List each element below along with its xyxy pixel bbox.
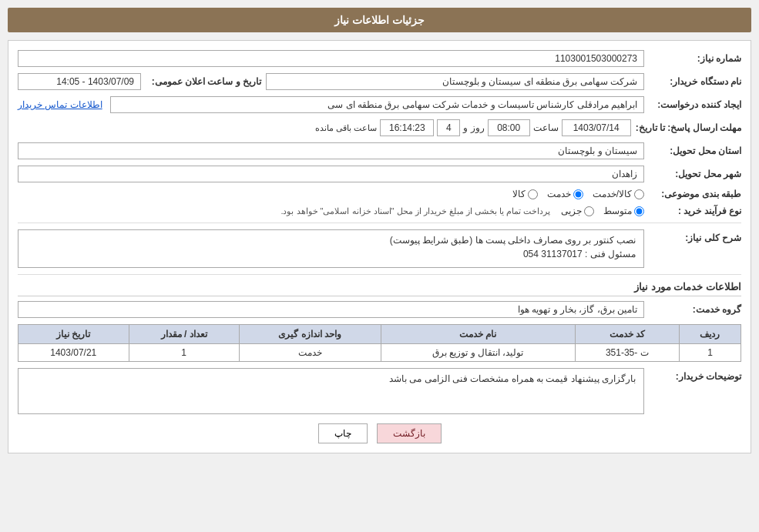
province-value: سیستان و بلوچستان: [18, 142, 644, 159]
deadline-time-label: ساعت: [533, 122, 559, 133]
deadline-days-value: 4: [437, 119, 460, 136]
col-service-code: کد خدمت: [575, 325, 679, 344]
table-header-row: ردیف کد خدمت نام خدمت واحد اندازه گیری ت…: [18, 325, 741, 344]
category-label-kala-khedmat: کالا/خدمت: [593, 189, 632, 199]
city-row: شهر محل تحویل: زاهدان: [18, 166, 741, 182]
category-radio-group: کالا/خدمت خدمت کالا: [512, 189, 644, 199]
purchase-type-option-motavasset[interactable]: متوسط: [603, 206, 644, 216]
province-label: استان محل تحویل:: [649, 146, 741, 156]
buttons-row: بازگشت چاپ: [18, 423, 741, 443]
purchase-type-radio-jozi[interactable]: [584, 206, 594, 216]
date-announce-label: تاریخ و ساعت اعلان عمومی:: [146, 76, 261, 87]
col-unit: واحد اندازه گیری: [239, 325, 381, 344]
main-card: شماره نیاز: 1103001503000273 نام دستگاه …: [8, 40, 751, 453]
table-cell-name: تولید، انتقال و توزیع برق: [381, 344, 575, 362]
announce-row: نام دستگاه خریدار: شرکت سهامی برق منطقه …: [18, 73, 741, 90]
purchase-type-label-motavasset: متوسط: [603, 206, 632, 216]
divider-1: [18, 223, 741, 223]
city-label: شهر محل تحویل:: [649, 169, 741, 179]
category-option-kala[interactable]: کالا: [512, 189, 538, 199]
services-table-body: 1ت -35-351تولید، انتقال و توزیع برقخدمت1…: [18, 344, 741, 362]
category-label-khedmat: خدمت: [547, 189, 571, 199]
table-cell-code: ت -35-351: [575, 344, 679, 362]
header-title: جزئیات اطلاعات نیاز: [334, 14, 425, 26]
category-radio-kala[interactable]: [528, 189, 538, 199]
description-value: نصب کنتور بر روی مصارف داخلی پست ها (طبق…: [26, 235, 636, 246]
province-row: استان محل تحویل: سیستان و بلوچستان: [18, 142, 741, 159]
category-option-khedmat[interactable]: خدمت: [547, 189, 583, 199]
purchase-type-option-jozi[interactable]: جزیی: [561, 206, 594, 216]
creator-label: ایجاد کننده درخواست:: [649, 99, 741, 110]
service-group-row: گروه خدمت: تامین برق، گاز، بخار و تهویه …: [18, 301, 741, 318]
purchase-type-label: نوع فرآیند خرید :: [649, 206, 741, 216]
purchase-type-radio-group: متوسط جزیی: [561, 206, 644, 216]
print-button[interactable]: چاپ: [318, 423, 368, 443]
deadline-date-value: 1403/07/14: [562, 119, 631, 136]
purchase-type-radio-motavasset[interactable]: [634, 206, 644, 216]
purchase-type-note: پرداخت تمام یا بخشی از مبلغ خریدار از مح…: [280, 206, 550, 216]
buyer-org-value: شرکت سهامی برق منطقه ای سیستان و بلوچستا…: [266, 73, 644, 90]
contact-link[interactable]: اطلاعات تماس خریدار: [18, 99, 102, 110]
table-cell-date: 1403/07/21: [18, 344, 129, 362]
services-table: ردیف کد خدمت نام خدمت واحد اندازه گیری ت…: [18, 324, 741, 362]
purchase-type-row: نوع فرآیند خرید : متوسط جزیی پرداخت تمام…: [18, 206, 741, 216]
services-section-title: اطلاعات خدمات مورد نیاز: [18, 281, 741, 296]
need-number-row: شماره نیاز: 1103001503000273: [18, 50, 741, 67]
deadline-remaining-label: ساعت باقی مانده: [315, 123, 377, 133]
need-number-value: 1103001503000273: [18, 50, 644, 67]
divider-2: [18, 274, 741, 275]
back-button[interactable]: بازگشت: [377, 423, 442, 443]
table-cell-row: 1: [679, 344, 741, 362]
creator-row: ایجاد کننده درخواست: ابراهیم مرادقلی کار…: [18, 96, 741, 113]
deadline-label: مهلت ارسال پاسخ: تا تاریخ:: [636, 122, 741, 133]
buyer-notes-box: بارگزاری پیشنهاد قیمت به همراه مشخصات فن…: [18, 368, 644, 414]
deadline-remaining-value: 16:14:23: [380, 119, 434, 136]
deadline-row: مهلت ارسال پاسخ: تا تاریخ: 1403/07/14 سا…: [18, 119, 741, 136]
service-group-label: گروه خدمت:: [649, 304, 741, 315]
col-service-name: نام خدمت: [381, 325, 575, 344]
col-qty: تعداد / مقدار: [129, 325, 239, 344]
page-header: جزئیات اطلاعات نیاز: [8, 8, 751, 32]
description-row: شرح کلی نیاز: نصب کنتور بر روی مصارف داخ…: [18, 229, 741, 268]
table-cell-qty: 1: [129, 344, 239, 362]
deadline-day-label: روز و: [463, 122, 484, 133]
buyer-notes-value: بارگزاری پیشنهاد قیمت به همراه مشخصات فن…: [389, 373, 636, 384]
description-box: نصب کنتور بر روی مصارف داخلی پست ها (طبق…: [18, 229, 644, 268]
description-label: شرح کلی نیاز:: [649, 233, 741, 243]
buyer-notes-row: توضیحات خریدار: بارگزاری پیشنهاد قیمت به…: [18, 368, 741, 414]
page-container: جزئیات اطلاعات نیاز شماره نیاز: 11030015…: [0, 0, 759, 532]
table-cell-unit: خدمت: [239, 344, 381, 362]
need-number-label: شماره نیاز:: [649, 53, 741, 64]
col-row-num: ردیف: [679, 325, 741, 344]
table-row: 1ت -35-351تولید، انتقال و توزیع برقخدمت1…: [18, 344, 741, 362]
category-label-kala: کالا: [512, 189, 526, 199]
technical-manager: مسئول فنی : 31137017 054: [26, 249, 636, 259]
category-label: طبقه بندی موضوعی:: [649, 189, 741, 199]
city-value: زاهدان: [18, 166, 644, 182]
purchase-type-label-jozi: جزیی: [561, 206, 582, 216]
col-date: تاریخ نیاز: [18, 325, 129, 344]
buyer-org-label: نام دستگاه خریدار:: [649, 76, 741, 87]
category-radio-khedmat[interactable]: [573, 189, 583, 199]
service-group-value: تامین برق، گاز، بخار و تهویه هوا: [18, 301, 644, 318]
creator-value: ابراهیم مرادقلی کارشناس تاسیسات و خدمات …: [110, 96, 644, 113]
category-radio-kala-khedmat[interactable]: [634, 189, 644, 199]
date-announce-value: 1403/07/09 - 14:05: [18, 73, 141, 90]
deadline-time-value: 08:00: [488, 119, 530, 136]
deadline-time-group: 1403/07/14 ساعت 08:00 روز و 4 16:14:23 س…: [18, 119, 631, 136]
category-row: طبقه بندی موضوعی: کالا/خدمت خدمت کالا: [18, 189, 741, 199]
category-option-kala-khedmat[interactable]: کالا/خدمت: [593, 189, 644, 199]
buyer-notes-label: توضیحات خریدار:: [649, 371, 741, 382]
